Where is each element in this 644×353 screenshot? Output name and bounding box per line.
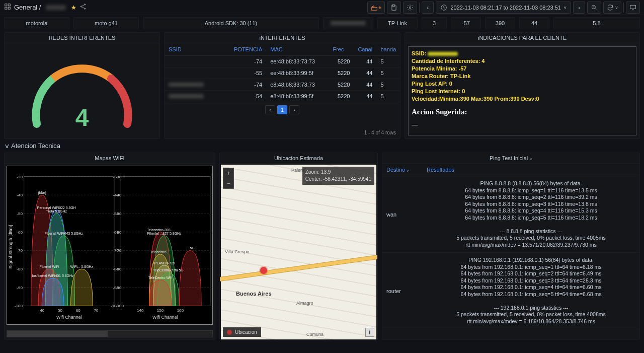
map-coord-box: Zoom: 13.9 Center: -58.42311, -34.59941 <box>302 167 374 185</box>
th-frec[interactable]: Frec <box>329 43 354 56</box>
svg-text:70: 70 <box>94 308 99 313</box>
map-zoom-controls: + − <box>223 168 234 189</box>
svg-text:-60: -60 <box>113 230 119 235</box>
map-title: Ubicacion Estimada <box>220 153 377 164</box>
dashboard-name-redacted <box>46 5 66 10</box>
svg-text:-30: -30 <box>17 175 23 179</box>
indic-plint: Ping Lost Internet: 0 <box>412 88 465 94</box>
breadcrumb[interactable]: General / <box>14 4 41 11</box>
svg-text:(blur): (blur) <box>38 191 46 195</box>
indic-vel: Velocidad:Minima:390 Max:390 Prom:390 De… <box>412 96 539 102</box>
gauge-value: 4 <box>5 104 159 131</box>
svg-text:150: 150 <box>157 308 164 313</box>
stat-v3: 390 <box>485 17 515 29</box>
indicaciones-title: iNDICACIONES PARA EL CLIENTE <box>405 33 639 43</box>
svg-text:-60: -60 <box>17 230 23 235</box>
svg-text:-90: -90 <box>17 286 23 290</box>
svg-text:-80: -80 <box>212 267 212 271</box>
stat-model: moto g41 <box>73 17 139 29</box>
map-legend: Ubicacion <box>223 327 261 337</box>
map-zoom-in[interactable]: + <box>223 168 233 178</box>
add-panel-button[interactable]: + <box>367 2 385 14</box>
chevron-down-icon: ⅴ <box>5 142 9 150</box>
table-row[interactable]: -54e8:48:b8:33:99:5f5220445 <box>165 91 400 102</box>
indic-ssid: SSID: <box>412 50 426 56</box>
th-canal[interactable]: Canal <box>354 43 376 56</box>
pager-page[interactable]: 1 <box>277 105 287 114</box>
save-button[interactable] <box>387 2 401 14</box>
map-canvas[interactable]: Palermo Villa Crespo Buenos Aires Almagr… <box>221 165 376 339</box>
svg-point-6 <box>85 8 86 9</box>
svg-text:-80: -80 <box>17 267 23 271</box>
svg-text:Fibertel ...827 5.8GHz: Fibertel ...827 5.8GHz <box>147 232 182 235</box>
svg-text:-80: -80 <box>113 267 119 271</box>
pager-prev[interactable]: ‹ <box>265 105 275 114</box>
indicaciones-panel: iNDICACIONES PARA EL CLIENTE SSID: Canti… <box>405 32 640 139</box>
table-row[interactable]: -55ee:48:b8:33:99:5f5220445 <box>165 67 400 79</box>
ping-th-dest[interactable]: Destinoⅴ <box>382 164 423 176</box>
time-range-picker[interactable]: 2022-11-03 08:21:17 to 2022-11-03 08:23:… <box>436 2 571 14</box>
indic-extra: — <box>412 121 633 128</box>
time-next-button[interactable]: › <box>573 2 585 14</box>
stats-row: motorola moto g41 Android SDK: 30 (11) T… <box>0 17 644 29</box>
ping-th-res[interactable]: Resultados <box>423 164 458 176</box>
svg-text:-50: -50 <box>17 211 23 216</box>
svg-text:TeleCentro-77fa 5G: TeleCentro-77fa 5G <box>153 268 184 272</box>
chevron-down-icon[interactable]: ⅴ <box>530 157 532 161</box>
wifi-scrollbar[interactable] <box>7 330 213 337</box>
pager-info: 1 - 4 of 4 rows <box>364 130 396 135</box>
map-label-comuna: Comuna <box>306 332 324 337</box>
zoom-out-button[interactable] <box>587 2 601 14</box>
pager-next[interactable]: › <box>289 105 299 114</box>
svg-point-4 <box>85 4 86 5</box>
svg-text:-70: -70 <box>17 248 23 253</box>
th-ssid[interactable]: SSID <box>165 43 230 56</box>
svg-text:Signal Strength [dBm]: Signal Strength [dBm] <box>8 225 13 269</box>
svg-point-9 <box>410 7 412 9</box>
svg-text:Telecentro ...: Telecentro ... <box>150 250 171 254</box>
time-prev-button[interactable]: ‹ <box>422 2 434 14</box>
th-mac[interactable]: MAC <box>266 43 329 56</box>
svg-text:-100: -100 <box>111 304 119 308</box>
th-banda[interactable]: banda <box>376 43 400 56</box>
svg-text:WiFi... 5.8GHz: WiFi... 5.8GHz <box>70 265 94 268</box>
map-zoom-out[interactable]: − <box>223 178 233 188</box>
wifi-maps-chart: Signal Strength [dBm]-100-100-90-90-80-8… <box>7 166 213 325</box>
svg-text:-100: -100 <box>15 304 23 308</box>
svg-rect-8 <box>393 5 395 6</box>
map-attribution-button[interactable]: i <box>365 328 374 337</box>
indic-plap: Ping Lost AP: 0 <box>412 81 452 87</box>
svg-text:-90: -90 <box>212 286 212 290</box>
share-icon[interactable] <box>79 3 87 12</box>
monitor-button[interactable] <box>626 2 640 14</box>
indic-ssid-redacted <box>428 52 458 56</box>
refresh-button[interactable]: ⅴ <box>603 2 621 14</box>
wifi-maps-title: Mapas WIFI <box>5 153 215 164</box>
svg-text:-30: -30 <box>113 175 119 179</box>
stat-sdk: Android SDK: 30 (11) <box>143 17 319 29</box>
svg-text:-60: -60 <box>212 230 212 235</box>
stat-v2: -57 <box>451 17 481 29</box>
table-row[interactable]: -74e8:48:b8:33:73:735220445 <box>165 79 400 91</box>
settings-button[interactable] <box>403 2 417 14</box>
svg-text:-90: -90 <box>113 286 119 290</box>
svg-text:TeleCentro Wifi: TeleCentro Wifi <box>148 276 173 279</box>
svg-text:Wifi Channel: Wifi Channel <box>152 315 178 320</box>
indic-potmin: Potencia Minima: -57 <box>412 65 466 72</box>
th-pot[interactable]: POTENCIA <box>230 43 266 56</box>
legend-dot-icon <box>227 330 232 335</box>
stat-router-brand: TP-Link <box>377 17 418 29</box>
topbar: General / ★ + ‹ 2022-11-03 08:21:17 to 2… <box>0 0 644 15</box>
svg-text:-70: -70 <box>212 248 212 253</box>
gauge-panel: REDES INTERFERENTES 4 <box>4 32 160 139</box>
svg-text:40: 40 <box>40 308 44 313</box>
ping-panel: Ping Test Inicialⅴ Destinoⅴ Resultados w… <box>382 153 640 340</box>
ping-title: Ping Test Inicialⅴ <box>382 153 639 164</box>
table-row[interactable]: -74ee:48:b8:33:73:735220445 <box>165 56 400 67</box>
svg-text:Telecentro-398...: Telecentro-398... <box>147 228 174 232</box>
star-icon[interactable]: ★ <box>71 4 76 11</box>
interferentes-table: SSID POTENCIA MAC Frec Canal banda -74ee… <box>165 43 400 102</box>
svg-text:140: 140 <box>137 308 144 313</box>
section-atencion-tecnica[interactable]: ⅴ Atencion Tecnica <box>0 139 644 153</box>
svg-text:-50: -50 <box>113 211 119 216</box>
